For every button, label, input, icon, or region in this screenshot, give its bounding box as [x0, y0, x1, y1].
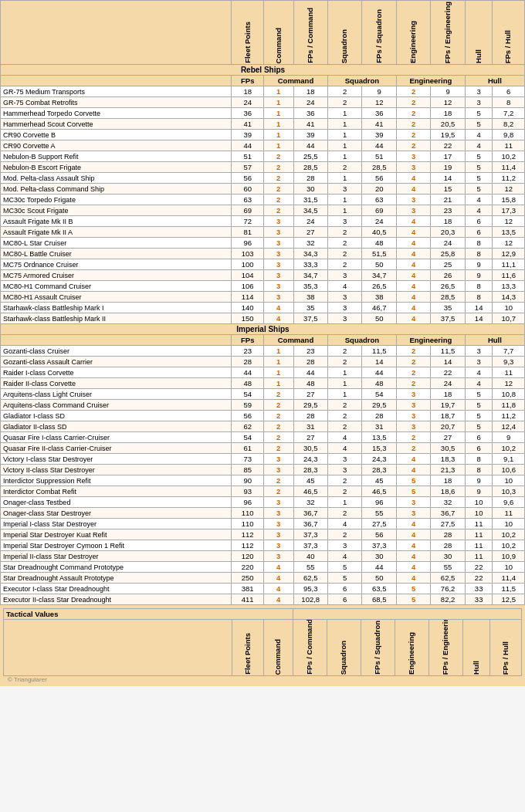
table-cell: 10	[493, 562, 525, 573]
table-row: GR-75 Medium Transports18118292936	[1, 86, 525, 97]
table-cell: 10,6	[493, 465, 525, 475]
table-cell: 1	[327, 389, 361, 400]
table-row: Imperial Star Destroyer Cymoon 1 Refit11…	[1, 540, 525, 551]
table-cell: 4	[263, 573, 293, 584]
table-cell: 3	[396, 508, 430, 519]
table-row: Mod. Pelta-class Assault Ship56228156414…	[1, 173, 525, 184]
table-cell: 9,1	[493, 454, 525, 465]
table-cell: 48	[232, 378, 264, 389]
table-cell: 44	[293, 367, 327, 378]
table-cell: 18,3	[431, 454, 465, 465]
table-cell: 1	[327, 151, 361, 162]
table-cell: 2	[327, 508, 361, 519]
table-cell: 150	[232, 313, 264, 324]
table-cell: 24	[362, 216, 396, 227]
table-cell: 2	[396, 140, 430, 151]
table-cell: 2	[263, 151, 293, 162]
table-cell: 17,3	[493, 205, 525, 216]
table-cell: 13,5	[493, 227, 525, 238]
table-cell: 12	[362, 97, 396, 108]
table-cell: 26,5	[431, 281, 465, 292]
table-cell: 23	[232, 346, 264, 357]
table-cell: Starhawk-class Battleship Mark II	[1, 313, 232, 324]
table-cell: Gladiator II-class SD	[1, 421, 232, 432]
table-cell: 2	[263, 475, 293, 486]
table-cell: MC30c Torpedo Frigate	[1, 195, 232, 205]
table-cell: 10	[465, 497, 493, 508]
table-row: Gladiator II-class SD62231231320,7512,4	[1, 421, 525, 432]
table-cell: 76,2	[431, 584, 465, 594]
table-cell: 50	[362, 313, 396, 324]
table-cell: 11	[493, 367, 525, 378]
table-cell: 4	[396, 173, 430, 184]
table-row: Starhawk-class Battleship Mark I14043534…	[1, 303, 525, 313]
table-cell: 26,5	[362, 281, 396, 292]
table-cell: 381	[232, 584, 264, 594]
table-cell: 2	[263, 432, 293, 443]
table-cell: 2	[396, 443, 430, 454]
table-cell: 11,8	[493, 400, 525, 411]
table-cell: 6	[465, 227, 493, 238]
table-cell: Hammerhead Torpedo Corvette	[1, 108, 232, 119]
footer: Tactical Values Fleet Points Command	[0, 605, 525, 686]
table-cell: MC80-L Battle Cruiser	[1, 249, 232, 259]
table-cell: 20	[362, 184, 396, 195]
table-cell: 30,5	[431, 443, 465, 454]
tv-hull-cell: Hull	[465, 335, 524, 346]
table-cell: GR-75 Combat Retrofits	[1, 97, 232, 108]
footer-col-name-header	[4, 620, 232, 676]
table-cell: 6	[465, 443, 493, 454]
table-cell: 9	[431, 86, 465, 97]
table-cell: 1	[327, 140, 361, 151]
table-cell: 34,7	[362, 270, 396, 281]
table-cell: Quasar Fire I-class Carrier-Cruiser	[1, 432, 232, 443]
table-cell: 2	[327, 421, 361, 432]
table-cell: 4	[327, 443, 361, 454]
table-cell: 4	[396, 238, 430, 249]
table-cell: 3	[396, 411, 430, 421]
table-cell: 26	[431, 270, 465, 281]
table-cell: 1	[327, 173, 361, 184]
table-cell: 18,6	[431, 486, 465, 497]
table-cell: 3	[263, 227, 293, 238]
table-row: Imperial Star Destroyer Kuat Refit112337…	[1, 529, 525, 540]
table-cell: 33,3	[293, 259, 327, 270]
table-cell: 102,8	[293, 594, 327, 605]
table-cell: Executor I-class Star Dreadnought	[1, 584, 232, 594]
table-cell: 2	[396, 367, 430, 378]
table-cell: Onager-class Star Destroyer	[1, 508, 232, 519]
table-cell: 2	[327, 486, 361, 497]
table-cell: 1	[327, 205, 361, 216]
table-cell: 4	[396, 303, 430, 313]
table-cell: 3	[327, 303, 361, 313]
fps-sqd-header-label: FPs / Squadron	[375, 9, 383, 63]
table-cell: 4	[263, 562, 293, 573]
table-cell: 2	[396, 346, 430, 357]
table-cell: 4	[396, 465, 430, 475]
table-row: Executor I-class Star Dreadnought381495,…	[1, 584, 525, 594]
table-cell: 10,2	[493, 540, 525, 551]
table-cell: 3	[263, 508, 293, 519]
table-cell: 46,7	[362, 303, 396, 313]
table-row: Raider I-class Corvette44144144222411	[1, 367, 525, 378]
table-cell: 63	[232, 195, 264, 205]
table-cell: 36,7	[293, 508, 327, 519]
table-cell: 6	[327, 584, 361, 594]
table-cell: 5	[465, 119, 493, 130]
table-cell: 28	[431, 540, 465, 551]
table-cell: Quasar Fire II-class Carrier-Cruiser	[1, 443, 232, 454]
table-cell: 5	[327, 573, 361, 584]
col-fps-eng-header: FPs / Engineering	[431, 1, 465, 65]
table-row: MC80-H1 Command Cruiser106335,3426,5426,…	[1, 281, 525, 292]
table-cell: 8,2	[493, 119, 525, 130]
table-row: Imperial II-class Star Destroyer12034043…	[1, 551, 525, 562]
section-header-row: Rebel Ships	[1, 65, 525, 76]
table-cell: 4	[396, 540, 430, 551]
table-cell: 9	[465, 475, 493, 486]
table-cell: 110	[232, 508, 264, 519]
table-cell: 11,5	[362, 346, 396, 357]
table-cell: 15	[431, 184, 465, 195]
table-cell: 41	[232, 119, 264, 130]
table-cell: 46,5	[293, 486, 327, 497]
table-cell: 11,6	[493, 270, 525, 281]
